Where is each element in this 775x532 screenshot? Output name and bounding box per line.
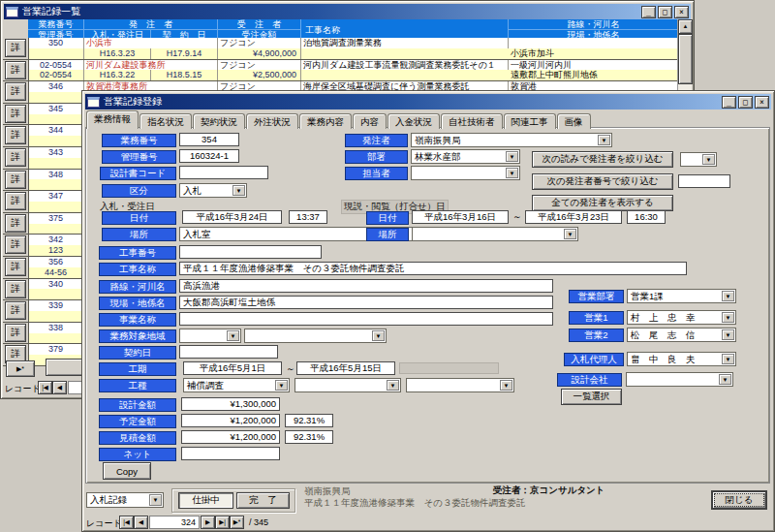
scroll-up-icon[interactable]: ▲ (678, 19, 693, 34)
tab-入金状況[interactable]: 入金状況 (388, 113, 440, 129)
detail-button[interactable]: 詳 (5, 126, 26, 144)
genba-field[interactable]: 大飯郡高浜町塩土地係 (179, 296, 553, 309)
maximize-icon[interactable]: □ (738, 96, 753, 109)
eigyo1-select[interactable]: 村 上 忠 幸▼ (627, 310, 736, 325)
cell-kanri-bango[interactable] (28, 289, 84, 299)
cell-contract-date[interactable]: H18.5.15 (151, 70, 218, 80)
cell-gyomu-bango[interactable]: 347 (28, 191, 84, 202)
cell-gyomu-bango[interactable]: 375 (28, 213, 84, 224)
cell-kanri-bango[interactable] (28, 224, 84, 235)
hizuke2-from-field[interactable]: 平成16年3月16日 (412, 210, 509, 224)
hatchusha-select[interactable]: 嶺南振興局▼ (411, 133, 612, 147)
chevron-down-icon[interactable]: ▼ (722, 354, 734, 364)
cell-gyomu-bango[interactable]: 356 (28, 257, 84, 267)
nyusatsu-dairinin-select[interactable]: 畠 中 良 夫▼ (627, 352, 736, 366)
gyomu-bango-field[interactable]: 354 (179, 133, 239, 146)
tab-契約状況[interactable]: 契約状況 (193, 113, 245, 129)
chevron-down-icon[interactable]: ▼ (702, 154, 715, 165)
close-icon[interactable]: × (755, 96, 769, 109)
hizuke1-time-field[interactable]: 13:37 (289, 210, 327, 224)
cell-gyomu-bango[interactable]: 339 (28, 300, 84, 311)
chevron-down-icon[interactable]: ▼ (387, 380, 399, 391)
koki-from-field[interactable]: 平成16年5月1日 (183, 361, 282, 375)
nav-first-icon[interactable]: |◀ (119, 516, 134, 529)
taisho-chiiki-select-2[interactable]: ▼ (244, 329, 387, 343)
minimize-icon[interactable]: _ (641, 6, 656, 18)
goto-new-record-button[interactable]: ▶* (6, 360, 35, 377)
sekkeisho-code-field[interactable] (179, 166, 268, 179)
cell-gyomu-bango[interactable]: 342 (28, 235, 84, 245)
record-number-box[interactable]: 324 (149, 516, 200, 529)
cell-amount[interactable]: ¥2,500,000 (218, 70, 301, 80)
chevron-down-icon[interactable]: ▼ (500, 380, 512, 391)
cell-amount[interactable]: ¥4,900,000 (218, 48, 301, 59)
detail-button[interactable]: 詳 (5, 235, 26, 254)
chevron-down-icon[interactable]: ▼ (506, 151, 518, 162)
net-field[interactable] (181, 447, 280, 460)
detail-button[interactable]: 詳 (5, 214, 26, 233)
cell-gyomu-bango[interactable]: 02-0554 (28, 60, 84, 71)
cell-project[interactable]: 河内川ダム建設工事流量観測調査業務委託その１ (301, 60, 509, 71)
orderer-number-field[interactable] (678, 174, 730, 188)
taisho-chiiki-select-1[interactable]: ▼ (179, 329, 241, 343)
chevron-down-icon[interactable]: ▼ (275, 380, 288, 391)
busho-select[interactable]: 林業水産部▼ (411, 149, 520, 164)
yotei-kingaku-field[interactable]: ¥1,200,000 (181, 414, 280, 427)
cell-gyomu-bango[interactable]: 338 (28, 323, 84, 333)
chevron-down-icon[interactable]: ▼ (719, 374, 731, 385)
reading-select[interactable]: ▼ (680, 152, 717, 167)
chevron-down-icon[interactable]: ▼ (506, 168, 518, 178)
narrow-by-number-button[interactable]: 次の発注者番号で絞り込む (532, 173, 673, 190)
cell-gyomu-bango[interactable]: 379 (28, 344, 84, 355)
koshu-select-1[interactable]: 補償調査▼ (183, 378, 290, 392)
chevron-down-icon[interactable]: ▼ (564, 229, 576, 239)
in-progress-toggle[interactable]: 仕掛中 (178, 492, 233, 509)
cell-site[interactable]: 小浜市加斗 (509, 48, 679, 59)
nav-next-icon[interactable]: ▶ (201, 516, 215, 529)
koshu-select-2[interactable]: ▼ (294, 378, 401, 392)
basho2-select[interactable]: ▼ (412, 227, 578, 241)
cell-gyomu-bango[interactable]: 350 (28, 38, 84, 48)
eigyo2-select[interactable]: 松 尾 志 信▼ (627, 328, 736, 342)
tab-指名状況[interactable]: 指名状況 (140, 113, 192, 129)
chevron-down-icon[interactable]: ▼ (227, 330, 239, 341)
cell-kanri-bango[interactable]: 123 (28, 245, 84, 256)
cell-route[interactable] (509, 38, 679, 48)
tab-業務内容[interactable]: 業務内容 (299, 113, 352, 129)
detail-button[interactable]: 詳 (5, 280, 26, 298)
tab-外注状況[interactable]: 外注状況 (246, 113, 298, 129)
detail-button[interactable]: 詳 (5, 39, 26, 57)
chevron-down-icon[interactable]: ▼ (372, 330, 385, 341)
close-icon[interactable]: × (674, 6, 689, 18)
nav-new-icon[interactable]: ▶* (230, 516, 244, 529)
cell-contract-date[interactable]: H17.9.14 (151, 48, 218, 59)
cell-bid-date[interactable]: H16.3.23 (84, 48, 151, 59)
chevron-down-icon[interactable]: ▼ (722, 312, 734, 323)
cell-contractor[interactable]: フジコン (218, 38, 301, 48)
detail-button[interactable]: 詳 (5, 105, 26, 123)
koshu-select-3[interactable]: ▼ (406, 378, 514, 392)
record-mode-select[interactable]: 入札記録▼ (86, 492, 164, 508)
koki-to-field[interactable]: 平成16年5月15日 (296, 361, 395, 375)
chevron-down-icon[interactable]: ▼ (598, 135, 610, 145)
copy-button[interactable]: Copy (103, 462, 151, 480)
cell-project[interactable]: 泊地質調査測量業務 (301, 38, 509, 48)
cell-kanri-bango[interactable] (28, 48, 84, 59)
tab-関連工事[interactable]: 関連工事 (504, 113, 556, 129)
detail-button[interactable]: 詳 (5, 301, 26, 320)
nav-first-icon[interactable]: |◀ (38, 381, 52, 394)
detail-button[interactable]: 詳 (5, 61, 26, 79)
cell-gyomu-bango[interactable]: 343 (28, 147, 84, 158)
list-select-button[interactable]: 一覧選択 (561, 389, 622, 405)
minimize-icon[interactable]: _ (722, 96, 736, 109)
tab-画像[interactable]: 画像 (557, 113, 591, 129)
cell-site[interactable]: 遠敷郡上中町熊川地係 (509, 70, 679, 80)
cell-kanri-bango[interactable] (28, 136, 84, 146)
cell-kanri-bango[interactable]: 44-56 (28, 267, 84, 278)
cell-kanri-bango[interactable] (28, 202, 84, 212)
chevron-down-icon[interactable]: ▼ (149, 494, 162, 506)
nav-prev-icon[interactable]: ◀ (52, 381, 67, 394)
nav-last-icon[interactable]: ▶| (215, 516, 230, 529)
jigyo-meisho-field[interactable] (179, 312, 553, 326)
cell-gyomu-bango[interactable]: 340 (28, 279, 84, 290)
